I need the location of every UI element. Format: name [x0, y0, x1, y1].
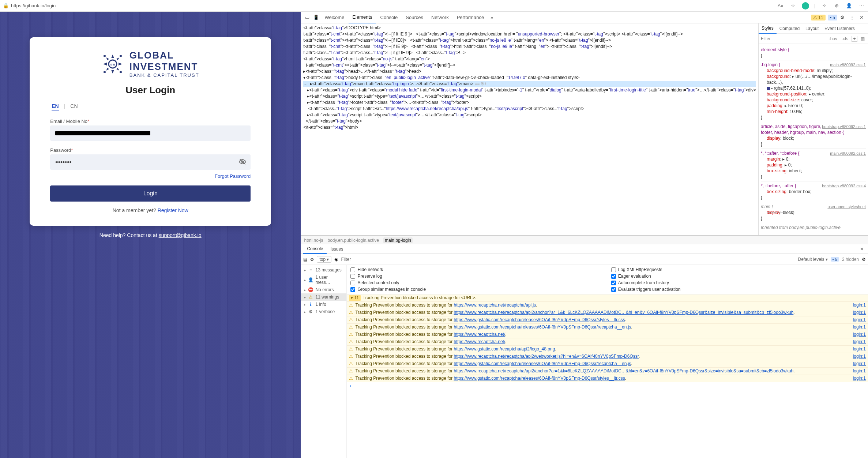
- hov-toggle[interactable]: :hov: [828, 36, 838, 41]
- new-rule-button[interactable]: +: [852, 36, 857, 42]
- svg-point-3: [120, 55, 122, 57]
- help-row: Need help? Contact us at support@gibank.…: [99, 232, 202, 238]
- styles-filter-input[interactable]: [761, 36, 826, 41]
- console-setting[interactable]: Selected context only: [350, 280, 604, 285]
- console-setting[interactable]: Log XMLHttpRequests: [611, 267, 864, 272]
- password-label: Password*: [50, 147, 251, 153]
- url-text[interactable]: https://gibank.io/login: [11, 3, 777, 8]
- console-filter-input[interactable]: [341, 257, 795, 262]
- email-input[interactable]: [50, 125, 251, 141]
- levels-select[interactable]: Default levels ▾: [798, 257, 827, 262]
- styles-tabs: Styles Computed Layout Event Listeners: [759, 23, 868, 34]
- collections-icon[interactable]: ⊕: [833, 2, 840, 10]
- cls-toggle[interactable]: .cls: [841, 36, 849, 41]
- console-setting[interactable]: Preserve log: [350, 274, 604, 279]
- tab-sources[interactable]: Sources: [402, 12, 427, 23]
- bank-logo-icon: GIB: [102, 53, 124, 75]
- console-drawer: Console Issues ✕ ▤ ⊘ top ▾ ◉ Default lev…: [301, 244, 868, 458]
- console-sidebar[interactable]: ▸≡13 messages▸👤1 user mess…▸⛔No errors▸⚠…: [301, 265, 347, 458]
- close-devtools-icon[interactable]: ✕: [857, 15, 866, 20]
- styles-tab-computed[interactable]: Computed: [777, 23, 803, 34]
- devtools-panel: ▭ 📱 Welcome Elements Console Sources Net…: [301, 12, 868, 458]
- console-setting[interactable]: Eager evaluation: [611, 274, 864, 279]
- console-drawer-tabs: Console Issues ✕: [301, 244, 868, 254]
- console-setting[interactable]: Hide network: [350, 267, 604, 272]
- eye-off-icon[interactable]: [239, 158, 246, 167]
- tab-performance[interactable]: Performance: [453, 12, 488, 23]
- console-setting[interactable]: Group similar messages in console: [350, 287, 604, 292]
- read-aloud-icon[interactable]: A»: [777, 2, 784, 10]
- password-input[interactable]: [50, 154, 251, 170]
- help-email-link[interactable]: support@gibank.io: [159, 232, 202, 238]
- lang-separator: |: [64, 103, 65, 110]
- login-card: GIB GLOBAL INVESTMENT: [30, 37, 271, 226]
- logo-row: GIB GLOBAL INVESTMENT: [50, 50, 251, 78]
- console-settings-icon[interactable]: ⚙: [862, 257, 866, 262]
- brand-line2: INVESTMENT: [129, 61, 199, 72]
- console-sidebar-toggle-icon[interactable]: ▤: [303, 257, 307, 262]
- live-expression-icon[interactable]: ◉: [334, 257, 338, 262]
- brand-line3: BANK & CAPITAL TRUST: [129, 72, 199, 78]
- devtools-body: <t-attr">class="t-tag">!DOCTYPE html>t-a…: [301, 23, 868, 236]
- email-label: Email / Mobile No*: [50, 119, 251, 124]
- hidden-count: 2 hidden: [842, 257, 859, 262]
- styles-rules[interactable]: element.style {}main.v880092.css:1.bg-lo…: [759, 44, 868, 235]
- drawer-close-icon[interactable]: ✕: [858, 247, 866, 252]
- browser-address-bar: 🔒 https://gibank.io/login A» ☆ | ✧ ⊕ 👤 ⋯: [0, 0, 868, 12]
- register-row: Not a member yet? Register Now: [50, 207, 251, 213]
- login-title: User Login: [50, 85, 251, 96]
- inspect-icon[interactable]: ▭: [303, 15, 311, 20]
- tab-console[interactable]: Console: [377, 12, 402, 23]
- lang-cn[interactable]: CN: [70, 103, 78, 110]
- browser-right-icons: A» ☆ | ✧ ⊕ 👤 ⋯: [777, 2, 865, 10]
- tab-welcome[interactable]: Welcome: [321, 12, 348, 23]
- drawer-tab-console[interactable]: Console: [303, 244, 327, 254]
- styles-more-icon[interactable]: ▦: [860, 36, 866, 41]
- console-setting[interactable]: Autocomplete from history: [611, 280, 864, 285]
- lang-en[interactable]: EN: [52, 103, 59, 110]
- tab-elements[interactable]: Elements: [349, 12, 376, 23]
- more-icon[interactable]: ⋯: [858, 2, 865, 10]
- clear-console-icon[interactable]: ⊘: [310, 257, 314, 262]
- tabs-more-icon[interactable]: »: [488, 15, 495, 20]
- console-settings-grid: Hide network Log XMLHttpRequests Preserv…: [347, 265, 868, 294]
- console-setting[interactable]: Evaluate triggers user activation: [611, 287, 864, 292]
- settings-icon[interactable]: ⚙: [838, 15, 847, 20]
- console-log[interactable]: ▾ 11Tracking Prevention blocked access t…: [347, 294, 868, 458]
- login-page: GIB GLOBAL INVESTMENT: [0, 12, 301, 458]
- styles-panel: Styles Computed Layout Event Listeners :…: [758, 23, 868, 235]
- svg-point-2: [104, 55, 106, 57]
- lock-icon: 🔒: [3, 3, 9, 8]
- context-select[interactable]: top ▾: [317, 256, 331, 263]
- console-body: ▸≡13 messages▸👤1 user mess…▸⛔No errors▸⚠…: [301, 265, 868, 458]
- tab-network[interactable]: Network: [428, 12, 452, 23]
- brand-line1: GLOBAL: [129, 50, 199, 61]
- styles-tab-styles[interactable]: Styles: [759, 23, 777, 34]
- styles-tab-event[interactable]: Event Listeners: [822, 23, 858, 34]
- profile-icon[interactable]: 👤: [845, 2, 853, 10]
- logo-text: GLOBAL INVESTMENT BANK & CAPITAL TRUST: [129, 50, 199, 78]
- favorites-bar-icon[interactable]: ✧: [820, 2, 828, 10]
- styles-filter-row: :hov .cls + ▦: [759, 34, 868, 44]
- drawer-tab-issues[interactable]: Issues: [327, 244, 347, 254]
- elements-tree[interactable]: <t-attr">class="t-tag">!DOCTYPE html>t-a…: [301, 23, 758, 235]
- svg-point-4: [104, 71, 106, 73]
- register-link[interactable]: Register Now: [158, 207, 188, 213]
- extension-badge[interactable]: [802, 2, 809, 10]
- svg-point-5: [120, 71, 122, 73]
- info-badge[interactable]: ▪ 5: [828, 15, 837, 20]
- styles-tab-layout[interactable]: Layout: [803, 23, 822, 34]
- breadcrumb[interactable]: html.no-jsbody.en.public-login.activemai…: [301, 236, 868, 244]
- kebab-icon[interactable]: ⋮: [848, 15, 857, 20]
- warnings-badge[interactable]: ⚠ 11: [811, 15, 826, 20]
- main-row: GIB GLOBAL INVESTMENT: [0, 12, 868, 458]
- svg-text:GIB: GIB: [110, 63, 115, 66]
- issues-mini-badge[interactable]: ▪ 5: [831, 257, 839, 262]
- login-button[interactable]: Login: [50, 185, 251, 202]
- devtools-tabs: ▭ 📱 Welcome Elements Console Sources Net…: [301, 12, 868, 23]
- console-toolbar: ▤ ⊘ top ▾ ◉ Default levels ▾ ▪ 5 2 hidde…: [301, 254, 868, 265]
- favorite-icon[interactable]: ☆: [789, 2, 797, 10]
- device-icon[interactable]: 📱: [312, 15, 320, 20]
- language-switch: EN | CN: [50, 103, 251, 110]
- console-main: Hide network Log XMLHttpRequests Preserv…: [347, 265, 868, 458]
